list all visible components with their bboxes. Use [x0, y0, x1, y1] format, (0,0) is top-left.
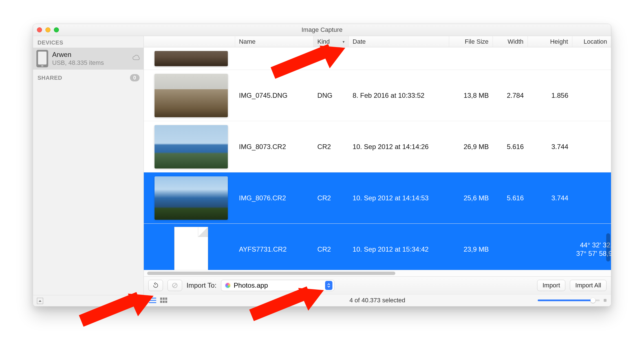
col-header-kind-label: Kind: [317, 38, 330, 45]
cell-thumb: [144, 172, 235, 223]
cell-location: [572, 47, 611, 70]
cell-kind: CR2: [314, 121, 349, 172]
cell-height: [528, 47, 572, 70]
thumbnail: [155, 125, 228, 168]
cell-filesize: [449, 47, 493, 70]
main-panel: Name Kind ▾ Date File Size Width Height …: [144, 36, 611, 306]
col-header-filesize[interactable]: File Size: [449, 36, 493, 47]
sidebar: DEVICES Arwen USB, 48.335 items SHARED 0: [33, 36, 144, 306]
list-view-icon[interactable]: [148, 297, 157, 304]
cell-location: [572, 172, 611, 223]
window-title: Image Capture: [33, 26, 611, 34]
cell-kind: CR2: [314, 172, 349, 223]
cell-thumb: [144, 121, 235, 172]
cell-date: 10. Sep 2012 at 14:14:26: [349, 121, 449, 172]
table-row[interactable]: IMG_0745.DNGDNG8. Feb 2016 at 10:33:5213…: [144, 70, 611, 121]
slider-max-icon: [604, 299, 606, 302]
table-header-row: Name Kind ▾ Date File Size Width Height …: [144, 36, 611, 47]
svg-rect-1: [160, 298, 162, 300]
titlebar: Image Capture: [33, 24, 611, 36]
col-header-kind[interactable]: Kind ▾: [314, 36, 349, 47]
cell-thumb: [144, 47, 235, 70]
cell-location: [572, 70, 611, 121]
thumbnail: [155, 74, 228, 117]
slider-knob[interactable]: [590, 298, 596, 303]
svg-rect-6: [165, 301, 167, 303]
cell-height: 3.744: [528, 172, 572, 223]
cell-name: AYFS7731.CR2: [235, 224, 314, 270]
shared-count-badge: 0: [130, 74, 140, 81]
table-row[interactable]: IMG_8076.CR2CR210. Sep 2012 at 14:14:532…: [144, 172, 611, 224]
table-row[interactable]: IMG_8073.CR2CR210. Sep 2012 at 14:14:262…: [144, 121, 611, 172]
table-row[interactable]: AYFS7731.CR2CR210. Sep 2012 at 15:34:422…: [144, 224, 611, 270]
cell-filesize: 13,8 MB: [449, 70, 493, 121]
cell-thumb: [144, 70, 235, 121]
cell-location: [572, 121, 611, 172]
delete-button[interactable]: [167, 280, 182, 291]
sidebar-shared-row[interactable]: SHARED 0: [33, 70, 144, 81]
import-to-popup[interactable]: Photos.app: [221, 280, 334, 291]
popup-disclosure-icon: [325, 281, 332, 290]
device-sub: USB, 48.335 items: [52, 59, 132, 66]
svg-rect-2: [163, 298, 165, 300]
grid-view-icon[interactable]: [160, 297, 168, 304]
col-header-thumb[interactable]: [144, 36, 235, 47]
cell-height: [528, 224, 572, 270]
cloud-icon: [132, 55, 141, 63]
vertical-scrollbar[interactable]: [606, 233, 610, 261]
cell-date: [349, 47, 449, 70]
status-bar: 4 of 40.373 selected: [144, 294, 611, 306]
cell-kind: DNG: [314, 70, 349, 121]
sidebar-shared-header: SHARED: [38, 75, 62, 81]
import-all-button[interactable]: Import All: [570, 280, 606, 291]
table-row[interactable]: [144, 47, 611, 70]
svg-rect-3: [165, 298, 167, 300]
cell-name: IMG_8076.CR2: [235, 172, 314, 223]
col-header-date[interactable]: Date: [349, 36, 449, 47]
horizontal-scrollbar-track[interactable]: [144, 270, 611, 276]
toolbar: Import To: Photos.app Import Import All: [144, 276, 611, 294]
cell-filesize: 26,9 MB: [449, 121, 493, 172]
cell-kind: [314, 47, 349, 70]
svg-rect-5: [163, 301, 165, 303]
import-to-label: Import To:: [187, 281, 217, 289]
cell-name: IMG_0745.DNG: [235, 70, 314, 121]
thumbnail: [155, 51, 228, 66]
cell-width: 2.784: [493, 70, 528, 121]
import-to-value: Photos.app: [234, 281, 268, 289]
sidebar-devices-header: DEVICES: [33, 36, 144, 48]
cell-height: 3.744: [528, 121, 572, 172]
import-button[interactable]: Import: [537, 280, 565, 291]
show-details-icon[interactable]: [37, 298, 43, 304]
cell-width: 5.616: [493, 172, 528, 223]
cell-height: 1.856: [528, 70, 572, 121]
cell-location: 44° 32' 32,4 37° 57' 58,99: [572, 224, 611, 270]
col-header-location[interactable]: Location: [572, 36, 611, 47]
chevron-down-icon: ▾: [343, 39, 345, 44]
sidebar-footer: [33, 295, 144, 306]
cell-thumb: [144, 224, 235, 270]
svg-rect-4: [160, 301, 162, 303]
col-header-height[interactable]: Height: [528, 36, 572, 47]
cell-name: [235, 47, 314, 70]
horizontal-scrollbar-thumb[interactable]: [147, 272, 395, 275]
device-name: Arwen: [52, 51, 132, 59]
sidebar-device-row[interactable]: Arwen USB, 48.335 items: [33, 48, 144, 70]
thumbnail-size-slider[interactable]: [538, 300, 600, 301]
status-text: 4 of 40.373 selected: [349, 297, 405, 304]
col-header-width[interactable]: Width: [493, 36, 528, 47]
cell-date: 10. Sep 2012 at 14:14:53: [349, 172, 449, 223]
cell-width: [493, 224, 528, 270]
cell-date: 8. Feb 2016 at 10:33:52: [349, 70, 449, 121]
thumbnail: [174, 227, 208, 270]
iphone-icon: [36, 50, 48, 67]
thumbnail: [155, 176, 228, 220]
device-text: Arwen USB, 48.335 items: [52, 51, 132, 66]
col-header-name[interactable]: Name: [235, 36, 314, 47]
rotate-button[interactable]: [148, 280, 163, 291]
view-toggle: [148, 297, 168, 304]
cell-kind: CR2: [314, 224, 349, 270]
cell-filesize: 25,6 MB: [449, 172, 493, 223]
app-window: Image Capture DEVICES Arwen USB, 48.335 …: [33, 24, 611, 307]
cell-width: 5.616: [493, 121, 528, 172]
